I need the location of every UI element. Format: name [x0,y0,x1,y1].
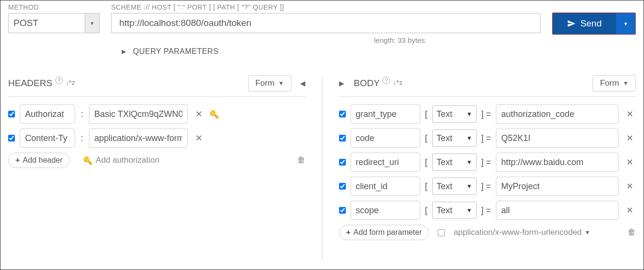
expand-query-params-icon[interactable]: ▶ [122,48,126,55]
collapse-headers-icon[interactable]: ◀ [300,79,305,87]
send-button[interactable]: Send ▼ [552,13,636,35]
body-param-row: [ Text▼ ] = ✕ [339,201,636,220]
send-dropdown-toggle[interactable]: ▼ [616,13,635,34]
plus-icon: + [15,156,20,165]
send-button-label: Send [581,18,602,29]
chevron-down-icon: ▼ [623,21,628,26]
query-parameters-label[interactable]: QUERY PARAMETERS [133,47,219,56]
param-value-input[interactable] [496,153,619,172]
length-text: length: 33 bytes [111,36,541,44]
chevron-down-icon: ▼ [467,207,472,214]
body-param-row: [ Text▼ ] = ✕ [339,104,636,124]
method-label: METHOD [8,3,100,11]
bracket-close-eq: ] = [481,133,492,143]
param-enable-checkbox[interactable] [339,111,346,117]
remove-param-icon[interactable]: ✕ [623,157,636,167]
chevron-down-icon: ▼ [467,111,472,117]
headers-view-select[interactable]: Form ▼ [248,75,291,91]
bracket-close-eq: ] = [481,157,492,167]
chevron-down-icon: ▼ [623,80,629,87]
plus-icon: + [346,228,351,237]
method-value: POST [9,13,85,33]
param-enable-checkbox[interactable] [339,135,346,141]
delete-body-icon[interactable]: 🗑 [628,228,636,237]
paper-plane-icon [567,19,576,28]
param-name-input[interactable] [351,201,420,220]
remove-param-icon[interactable]: ✕ [623,109,636,119]
method-dropdown-toggle[interactable]: ▼ [85,13,99,33]
param-type-select[interactable]: Text▼ [432,202,477,219]
content-type-label: application/x-www-form-urlencoded [454,228,581,237]
url-label: SCHEME :// HOST [ ":" PORT ] [ PATH [ "?… [111,3,541,11]
help-icon[interactable]: ? [55,77,63,84]
panel-divider [322,77,322,260]
bracket-open: [ [425,181,428,192]
content-type-select[interactable]: application/x-www-form-urlencoded ▼ [454,228,590,237]
remove-header-icon[interactable]: ✕ [192,109,205,119]
bracket-close-eq: ] = [481,181,492,192]
header-row: : ✕ [8,129,305,148]
bracket-close-eq: ] = [481,109,492,119]
param-name-input[interactable] [351,177,420,196]
chevron-down-icon: ▼ [278,80,284,87]
body-view-select[interactable]: Form ▼ [593,75,636,91]
body-view-label: Form [600,78,619,88]
colon-separator: : [80,133,84,143]
bracket-open: [ [425,133,428,143]
url-input[interactable] [111,13,541,33]
param-value-input[interactable] [496,177,619,196]
param-name-input[interactable] [351,104,420,124]
chevron-down-icon: ▼ [90,21,95,26]
remove-param-icon[interactable]: ✕ [623,181,636,192]
param-type-select[interactable]: Text▼ [432,154,477,171]
chevron-down-icon: ▼ [467,135,472,141]
remove-header-icon[interactable]: ✕ [192,133,205,143]
chevron-down-icon: ▼ [467,183,472,190]
remove-param-icon[interactable]: ✕ [623,205,636,216]
param-type-select[interactable]: Text▼ [432,129,477,147]
param-enable-checkbox[interactable] [339,159,346,166]
body-title: BODY [354,78,380,89]
delete-headers-icon[interactable]: 🗑 [297,155,305,165]
chevron-down-icon: ▼ [585,229,591,236]
add-form-parameter-button[interactable]: + Add form parameter [339,225,429,240]
help-icon[interactable]: ? [382,77,390,84]
add-header-label: Add header [23,156,63,165]
bracket-open: [ [425,206,428,216]
bracket-open: [ [425,109,428,119]
body-param-row: [ Text▼ ] = ✕ [339,129,636,148]
magnify-key-icon[interactable]: 🔑 [210,110,219,119]
body-param-row: [ Text▼ ] = ✕ [339,153,636,172]
param-name-input[interactable] [351,129,420,148]
param-value-input[interactable] [496,104,619,124]
sort-icon[interactable]: ↓ᴬᴢ [393,79,403,86]
param-enable-checkbox[interactable] [339,183,346,190]
header-value-input[interactable] [89,129,188,148]
remove-param-icon[interactable]: ✕ [623,133,636,143]
content-type-checkbox[interactable] [438,229,445,236]
headers-view-label: Form [255,78,275,88]
header-value-input[interactable] [89,104,188,124]
collapse-body-icon[interactable]: ▶ [339,79,344,87]
param-name-input[interactable] [351,153,420,172]
header-enable-checkbox[interactable] [8,111,15,117]
param-value-input[interactable] [496,201,619,220]
add-form-parameter-label: Add form parameter [354,228,422,237]
param-type-select[interactable]: Text▼ [432,178,477,195]
add-authorization-link[interactable]: 🔑 Add authorization [83,155,159,165]
header-row: : ✕ 🔑 [8,104,305,124]
key-icon: 🔑 [83,156,93,165]
add-header-button[interactable]: + Add header [8,153,70,168]
header-name-input[interactable] [20,104,75,124]
header-name-input[interactable] [20,129,75,148]
method-select[interactable]: POST ▼ [8,13,100,33]
header-enable-checkbox[interactable] [8,135,15,141]
bracket-open: [ [425,157,428,167]
headers-title: HEADERS [8,78,52,89]
sort-icon[interactable]: ↓ᴬᴢ [66,79,76,86]
param-value-input[interactable] [496,129,619,148]
chevron-down-icon: ▼ [467,159,472,166]
param-enable-checkbox[interactable] [339,207,346,214]
param-type-select[interactable]: Text▼ [432,105,477,123]
body-param-row: [ Text▼ ] = ✕ [339,177,636,196]
